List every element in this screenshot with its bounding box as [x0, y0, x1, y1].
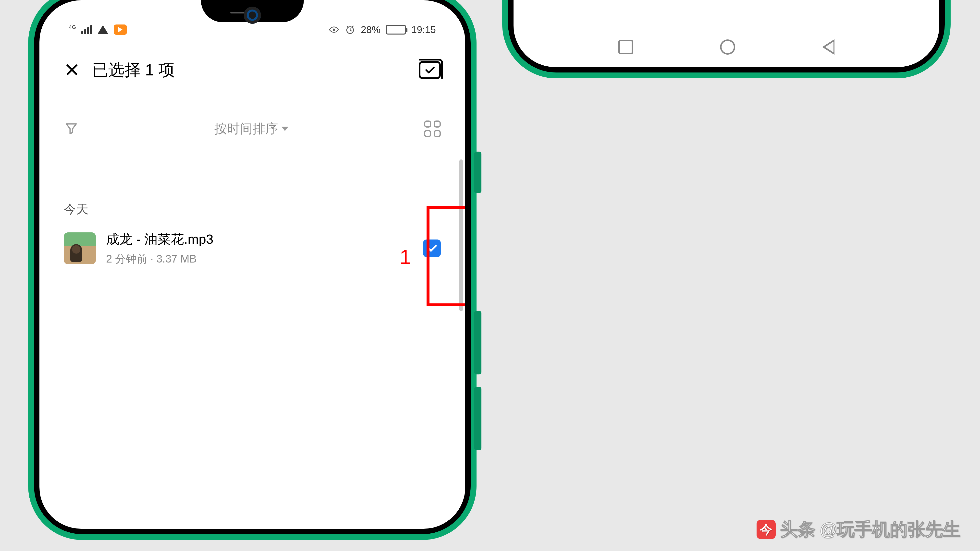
system-nav-bar [514, 32, 939, 62]
media-app-icon [114, 24, 127, 35]
wifi-icon [97, 25, 108, 34]
selection-header: ✕ 已选择 1 项 [40, 59, 465, 81]
phone-left-frame: 4G 28% 19:15 ✕ 已选择 1 项 [28, 0, 477, 540]
volume-up-button [474, 311, 481, 375]
svg-point-0 [333, 29, 335, 30]
header-title: 已选择 1 项 [92, 59, 406, 81]
grid-view-icon[interactable] [424, 121, 441, 137]
clock-time: 19:15 [411, 24, 436, 35]
battery-text: 28% [361, 24, 380, 35]
volume-down-button [474, 387, 481, 450]
battery-icon [386, 25, 406, 35]
alarm-icon [345, 24, 355, 35]
select-all-button[interactable] [419, 61, 441, 79]
toutiao-logo-icon: 今 [757, 520, 776, 539]
file-meta: 2 分钟前 · 3.37 MB [106, 252, 413, 266]
file-row[interactable]: 成龙 - 油菜花.mp3 2 分钟前 · 3.37 MB [64, 230, 441, 266]
file-thumbnail [64, 232, 96, 264]
annotation-label-1: 1 [399, 245, 411, 269]
filter-icon[interactable] [64, 121, 79, 136]
eye-icon [329, 24, 339, 35]
watermark-prefix: 头条 [780, 518, 815, 541]
sort-label: 按时间排序 [215, 120, 278, 137]
phone-right-frame: 分享 复制 删除 移动 更多 2 [502, 0, 951, 78]
nav-recent-icon[interactable] [618, 40, 633, 54]
chevron-down-icon [282, 127, 288, 131]
network-label: 4G [69, 24, 76, 30]
phone-left-screen: 4G 28% 19:15 ✕ 已选择 1 项 [40, 0, 465, 529]
watermark: 今 头条 @玩手机的张先生 [757, 518, 960, 541]
close-icon[interactable]: ✕ [64, 60, 80, 79]
phone-right-screen: 分享 复制 删除 移动 更多 2 [514, 0, 939, 67]
watermark-account: @玩手机的张先生 [820, 518, 960, 541]
annotation-box-1 [426, 206, 465, 306]
signal-icon [81, 25, 92, 34]
file-name: 成龙 - 油菜花.mp3 [106, 230, 413, 248]
status-bar: 4G 28% 19:15 [40, 17, 465, 42]
sort-dropdown[interactable]: 按时间排序 [215, 120, 288, 137]
nav-back-icon[interactable] [822, 39, 834, 55]
sort-row: 按时间排序 [40, 120, 465, 137]
section-today-label: 今天 [64, 201, 88, 218]
phone-side-button [474, 152, 481, 193]
nav-home-icon[interactable] [720, 40, 735, 55]
